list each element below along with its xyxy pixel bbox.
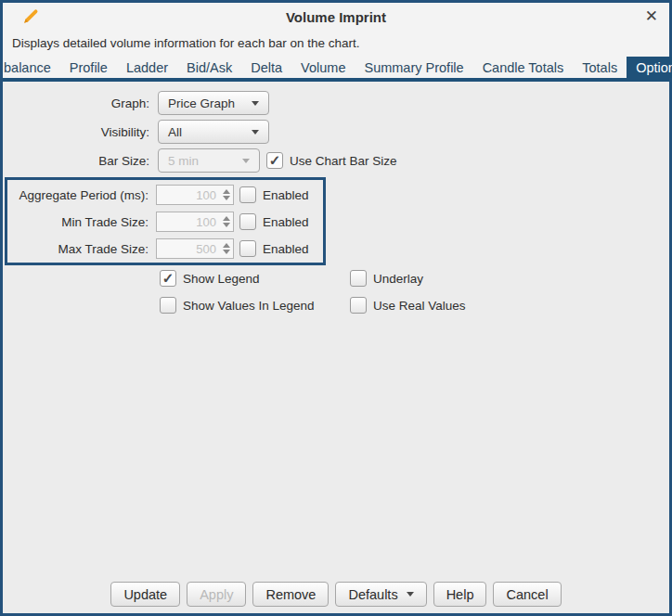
- options-panel: Graph: Price Graph Visibility: All Bar S…: [3, 82, 669, 613]
- min-trade-size-enabled-label: Enabled: [263, 215, 309, 229]
- max-trade-size-row: Max Trade Size: 500 ✓ Enabled: [7, 238, 323, 259]
- use-real-values-checkbox[interactable]: ✓: [350, 297, 367, 314]
- defaults-button[interactable]: Defaults: [335, 582, 426, 607]
- help-button[interactable]: Help: [433, 582, 487, 607]
- max-trade-size-enabled-label: Enabled: [263, 242, 309, 256]
- spinner-arrows[interactable]: [219, 186, 233, 204]
- chevron-down-icon: [242, 159, 250, 163]
- bar-size-row: Bar Size: 5 min ✓ Use Chart Bar Size: [3, 148, 669, 173]
- show-values-in-legend-checkbox[interactable]: ✓: [160, 297, 176, 314]
- graph-dropdown-value: Price Graph: [168, 96, 252, 110]
- aggregate-period-spinner[interactable]: 100: [156, 185, 234, 205]
- show-values-in-legend-label: Show Values In Legend: [183, 299, 315, 313]
- tab-ladder[interactable]: Ladder: [117, 57, 177, 78]
- tab-totals[interactable]: Totals: [573, 57, 627, 78]
- aggregate-settings-group: Aggregate Period (ms): 100 ✓ Enabled Min…: [5, 177, 326, 265]
- dialog-description: Displays detailed volume information for…: [3, 31, 669, 57]
- underlay-label: Underlay: [373, 272, 423, 286]
- spinner-down-icon: [223, 196, 230, 200]
- use-chart-bar-size-label: Use Chart Bar Size: [290, 154, 397, 168]
- max-trade-size-label: Max Trade Size:: [7, 242, 156, 256]
- dialog-title: Volume Imprint: [3, 9, 669, 25]
- chevron-down-icon: [407, 592, 414, 597]
- volume-imprint-dialog: Volume Imprint ✕ Displays detailed volum…: [0, 0, 672, 616]
- graph-label: Graph:: [3, 96, 158, 110]
- spinner-down-icon: [223, 223, 230, 227]
- spinner-up-icon: [223, 189, 230, 194]
- tab-bid-ask[interactable]: Bid/Ask: [177, 57, 241, 78]
- empty-area: [3, 324, 669, 582]
- update-button[interactable]: Update: [110, 582, 180, 607]
- underlay-checkbox[interactable]: ✓: [350, 270, 367, 287]
- max-trade-size-value: 500: [157, 242, 219, 256]
- visibility-dropdown[interactable]: All: [158, 120, 269, 144]
- min-trade-size-row: Min Trade Size: 100 ✓ Enabled: [7, 212, 323, 232]
- spinner-up-icon: [223, 216, 230, 221]
- chevron-down-icon: [252, 101, 259, 106]
- aggregate-period-value: 100: [157, 188, 219, 202]
- show-legend-checkbox[interactable]: ✓: [160, 270, 176, 287]
- tab-summary-profile[interactable]: Summary Profile: [355, 57, 472, 78]
- legend-checkbox-row-2: ✓ Show Values In Legend ✓ Use Real Value…: [160, 297, 669, 314]
- min-trade-size-value: 100: [157, 215, 219, 229]
- graph-dropdown[interactable]: Price Graph: [158, 91, 269, 115]
- aggregate-period-enabled-label: Enabled: [263, 188, 309, 202]
- tab-delta[interactable]: Delta: [241, 57, 291, 78]
- tab-options[interactable]: Options: [627, 57, 672, 78]
- bar-size-label: Bar Size:: [3, 154, 158, 168]
- show-legend-label: Show Legend: [183, 272, 260, 286]
- title-bar: Volume Imprint ✕: [3, 3, 669, 31]
- max-trade-size-enabled-checkbox[interactable]: ✓: [239, 240, 256, 257]
- bar-size-dropdown: 5 min: [158, 148, 260, 173]
- min-trade-size-enabled-checkbox[interactable]: ✓: [239, 213, 256, 230]
- check-icon: ✓: [269, 153, 281, 167]
- chevron-down-icon: [252, 130, 259, 135]
- spinner-up-icon: [223, 243, 230, 248]
- aggregate-period-enabled-checkbox[interactable]: ✓: [239, 186, 256, 203]
- legend-checkbox-row-1: ✓ Show Legend ✓ Underlay: [160, 270, 669, 287]
- bar-size-dropdown-value: 5 min: [168, 154, 242, 168]
- tab-profile[interactable]: Profile: [60, 57, 117, 78]
- remove-button[interactable]: Remove: [252, 582, 329, 607]
- graph-row: Graph: Price Graph: [3, 91, 669, 115]
- apply-button: Apply: [187, 582, 246, 607]
- visibility-dropdown-value: All: [168, 125, 252, 139]
- tab-volume[interactable]: Volume: [291, 57, 355, 78]
- use-chart-bar-size-checkbox[interactable]: ✓: [266, 152, 283, 169]
- tab-candle-totals[interactable]: Candle Totals: [473, 57, 574, 78]
- min-trade-size-spinner[interactable]: 100: [156, 212, 234, 232]
- check-icon: ✓: [162, 271, 174, 285]
- close-icon[interactable]: ✕: [645, 7, 658, 26]
- spinner-arrows[interactable]: [219, 212, 233, 231]
- button-row: Update Apply Remove Defaults Help Cancel: [3, 582, 669, 613]
- defaults-button-label: Defaults: [348, 587, 397, 602]
- use-real-values-label: Use Real Values: [373, 299, 466, 313]
- visibility-row: Visibility: All: [3, 120, 669, 144]
- cancel-button[interactable]: Cancel: [493, 582, 561, 607]
- tab-bar: balance Profile Ladder Bid/Ask Delta Vol…: [3, 57, 669, 82]
- aggregate-period-label: Aggregate Period (ms):: [7, 188, 156, 202]
- spinner-down-icon: [223, 250, 230, 254]
- min-trade-size-label: Min Trade Size:: [7, 215, 156, 229]
- spinner-arrows[interactable]: [219, 239, 233, 258]
- aggregate-period-row: Aggregate Period (ms): 100 ✓ Enabled: [7, 185, 323, 205]
- visibility-label: Visibility:: [3, 125, 158, 139]
- tab-balance[interactable]: balance: [2, 57, 60, 78]
- max-trade-size-spinner[interactable]: 500: [156, 238, 234, 259]
